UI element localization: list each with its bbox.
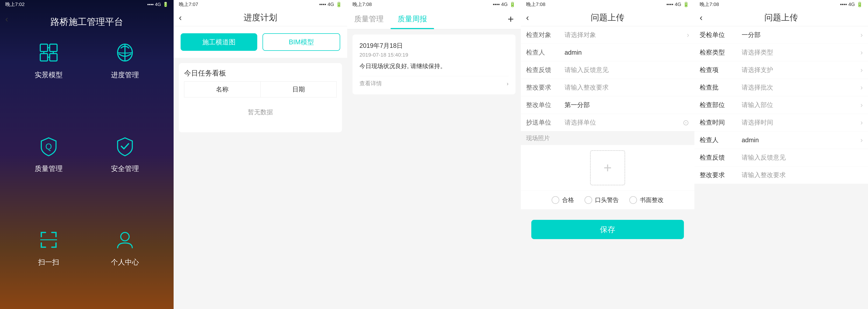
issue-field-inspector2[interactable]: 检查人 admin › — [694, 131, 868, 149]
save-button[interactable]: 保存 — [531, 220, 684, 239]
svg-text:Q: Q — [45, 142, 52, 151]
field-rectify-unit[interactable]: 整改单位 第一分部 — [521, 96, 694, 114]
sidebar-item-personal[interactable]: 个人中心 — [90, 226, 160, 309]
task-col-date: 日期 — [260, 82, 337, 97]
radio-written-circle — [629, 196, 637, 204]
issue-field-rectify2[interactable]: 整改要求 请输入整改要求 — [694, 166, 868, 184]
scan-label: 扫一扫 — [38, 257, 59, 267]
personal-icon — [115, 229, 135, 250]
home-signal: ▪▪▪▪ 4G — [147, 2, 161, 7]
issue2-back-button[interactable]: ‹ — [700, 12, 703, 23]
issue-field-subject-unit[interactable]: 受检单位 一分部 › — [694, 26, 868, 44]
check-feedback-value: 请输入反馈意见 — [561, 66, 689, 74]
svg-rect-0 — [40, 44, 48, 52]
sidebar-item-scene-model[interactable]: 实景模型 — [14, 38, 83, 122]
issue2-title: 问题上传 — [765, 12, 798, 23]
tab-quality-report[interactable]: 质量周报 — [391, 9, 434, 29]
photo-label: 现场照片 — [526, 135, 550, 141]
inspector2-value: admin — [738, 137, 861, 144]
status-bar-issue2: 晚上7:08 ▪▪▪▪ 4G 🔋 — [694, 0, 868, 9]
check-item-arrow: › — [861, 66, 863, 74]
scene-model-icon-wrap — [35, 38, 63, 66]
radio-verbal-circle — [585, 196, 592, 204]
issue-field-check-time[interactable]: 检查时间 请选择时间 › — [694, 114, 868, 131]
schedule-view-buttons: 施工横道图 BIM模型 — [174, 26, 347, 58]
rectify2-label: 整改要求 — [700, 171, 738, 179]
btn-bim-model[interactable]: BIM模型 — [262, 33, 340, 51]
home-battery-icon: 🔋 — [163, 2, 168, 7]
radio-written[interactable]: 书面整改 — [629, 196, 663, 204]
field-rectify-req[interactable]: 整改要求 请输入整改要求 — [521, 79, 694, 96]
inspector2-arrow: › — [861, 136, 863, 144]
schedule-back-button[interactable]: ‹ — [179, 12, 182, 23]
progress-icon-wrap — [111, 38, 139, 66]
field-cc-unit[interactable]: 抄送单位 请选择单位 ⊙ — [521, 114, 694, 131]
scan-icon-wrap — [35, 226, 63, 254]
report-datetime: 2019-07-18 15:40:19 — [360, 52, 508, 58]
home-signal-area: ▪▪▪▪ 4G 🔋 — [147, 2, 168, 7]
issue-field-feedback2[interactable]: 检查反馈 请输入反馈意见 — [694, 149, 868, 166]
radio-verbal[interactable]: 口头警告 — [585, 196, 619, 204]
check-type-arrow: › — [861, 49, 863, 56]
feedback2-value: 请输入反馈意见 — [738, 153, 863, 162]
photo-placeholder[interactable]: + — [590, 150, 625, 185]
tab-quality-mgmt[interactable]: 质量管理 — [347, 9, 391, 29]
safety-icon-wrap — [111, 132, 139, 160]
issue2-header: ‹ 问题上传 — [694, 9, 868, 26]
check-item-label: 检查项 — [700, 66, 738, 74]
schedule-header: ‹ 进度计划 — [174, 9, 347, 26]
quality-label: 质量管理 — [35, 164, 63, 173]
field-check-feedback[interactable]: 检查反馈 请输入反馈意见 — [521, 61, 694, 79]
quality-back-button[interactable]: ‹ — [5, 14, 8, 24]
safety-icon — [115, 136, 135, 157]
quality-battery: 🔋 — [509, 2, 516, 7]
cc-unit-clear-icon[interactable]: ⊙ — [683, 118, 689, 127]
check-feedback-label: 检查反馈 — [526, 66, 561, 74]
status-bar-home: 晚上7:02 ▪▪▪▪ 4G 🔋 — [0, 0, 174, 9]
schedule-time: 晚上7:07 — [179, 1, 198, 8]
subject-unit-arrow: › — [861, 31, 863, 39]
sidebar-item-safety[interactable]: 安全管理 — [90, 132, 160, 216]
schedule-signal: ▪▪▪▪ 4G — [319, 2, 334, 7]
issue2-battery: 🔋 — [857, 2, 863, 7]
photo-upload-area[interactable]: + — [521, 145, 694, 191]
issue-field-check-item[interactable]: 检查项 请选择支护 › — [694, 61, 868, 79]
sidebar-item-quality[interactable]: Q 质量管理 — [14, 132, 83, 216]
issue-field-check-type[interactable]: 检察类型 请选择类型 › — [694, 44, 868, 61]
field-check-object[interactable]: 检查对象 请选择对象 › — [521, 26, 694, 44]
radio-pass-circle — [552, 196, 559, 204]
issue-field-check-location[interactable]: 检查部位 请输入部位 › — [694, 96, 868, 114]
panel-issue-form: 晚上7:08 ▪▪▪▪ 4G 🔋 ‹ 问题上传 检查对象 请选择对象 › 检查人… — [521, 0, 694, 309]
task-empty-text: 暂无数据 — [184, 97, 337, 127]
safety-label: 安全管理 — [111, 164, 139, 173]
report-detail-link[interactable]: 查看详情 › — [360, 76, 508, 87]
issue-form-title: 问题上传 — [591, 12, 624, 23]
add-report-button[interactable]: + — [504, 11, 517, 27]
task-board-title: 今日任务看板 — [184, 68, 337, 78]
issue-field-check-batch[interactable]: 检查批 请选择批次 › — [694, 79, 868, 96]
quality-signal-area: ▪▪▪▪ 4G 🔋 — [493, 2, 516, 7]
btn-gantt-chart[interactable]: 施工横道图 — [181, 33, 257, 51]
issue-signal-area: ▪▪▪▪ 4G 🔋 — [666, 2, 689, 7]
field-inspector[interactable]: 检查人 admin — [521, 44, 694, 61]
issue-form-back-button[interactable]: ‹ — [526, 12, 529, 23]
check-batch-value: 请选择批次 — [738, 83, 861, 92]
check-batch-arrow: › — [861, 84, 863, 91]
check-time-value: 请选择时间 — [738, 118, 861, 127]
check-location-value: 请输入部位 — [738, 101, 861, 109]
quality-icon: Q — [38, 136, 59, 157]
rectify-req-label: 整改要求 — [526, 83, 561, 92]
task-board: 今日任务看板 名称 日期 暂无数据 — [179, 63, 342, 132]
sidebar-item-scan[interactable]: 扫一扫 — [14, 226, 83, 309]
issue-form-body: 检查对象 请选择对象 › 检查人 admin 检查反馈 请输入反馈意见 整改要求… — [521, 26, 694, 309]
svg-point-11 — [121, 232, 129, 241]
sidebar-item-progress[interactable]: 进度管理 — [90, 38, 160, 122]
radio-pass[interactable]: 合格 — [552, 196, 574, 204]
subject-unit-value: 一分部 — [738, 31, 861, 39]
check-item-value: 请选择支护 — [738, 66, 861, 74]
issue2-list: 受检单位 一分部 › 检察类型 请选择类型 › 检查项 请选择支护 › 检查批 … — [694, 26, 868, 309]
progress-icon — [115, 42, 135, 63]
schedule-signal-area: ▪▪▪▪ 4G 🔋 — [319, 2, 342, 7]
cc-unit-label: 抄送单位 — [526, 118, 561, 127]
report-detail-label: 查看详情 — [360, 80, 382, 87]
